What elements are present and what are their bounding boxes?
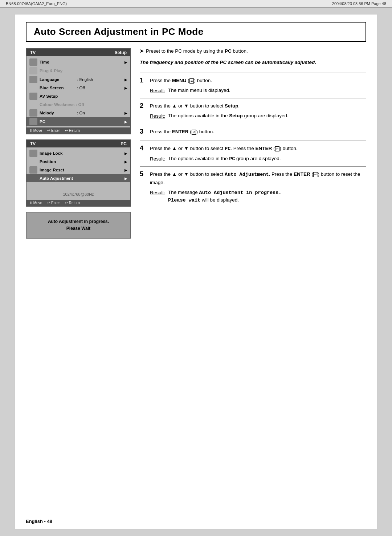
pc-menu-body: Image Lock ▶ Position ▶ Image Reset [26,147,130,200]
preset-note-text: Preset to the PC mode by using the PC bu… [146,48,248,54]
step-3-row: 3 Press the ENTER (⏎) button. [140,124,366,141]
step-2-result: Result: The options available in the Set… [150,112,366,120]
menu-row-melody: Melody : On ▶ [26,109,130,117]
menu-row-imagelock: Image Lock ▶ [26,149,130,158]
enter-symbol: ⏎ [192,130,196,135]
step-1-row: 1 Press the MENU (≡) button. Result: The… [140,73,366,98]
step-4-row: 4 Press the ▲ or ▼ button to select PC. … [140,141,366,167]
setup-menu-body: Time ▶ Plug & Play Language : Engli [26,56,130,127]
step-5-result: Result: The message Auto Adjustment in p… [150,189,366,204]
step-2-content: Press the ▲ or ▼ button to select Setup.… [150,98,366,124]
page-footer: English - 48 [15,515,377,529]
menu-row-avsetup: AV Setup [26,92,130,101]
preset-arrow-icon: ➤ [140,48,144,54]
menu-row-language: Language : English ▶ [26,75,130,84]
step-4-content: Press the ▲ or ▼ button to select PC. Pr… [150,141,366,167]
avsetup-icon [29,93,37,100]
title-bar: Auto Screen Adjustment in PC Mode [26,22,366,42]
header-left: BN68-00746A(GAIA2_Euro_ENG) [6,1,67,6]
menu-symbol: ≡ [189,78,194,84]
page-header: BN68-00746A(GAIA2_Euro_ENG) 2004/08/23 0… [0,0,392,8]
menu-row-autoadj: Auto Adjustment ▶ [26,174,130,182]
italic-note: The frequency and position of the PC scr… [140,59,366,66]
left-column: TV Setup Time ▶ Plug & Play [26,48,131,239]
language-icon [29,76,37,83]
imagelock-icon [29,150,37,157]
step-5-content: Press the ▲ or ▼ button to select Auto A… [150,167,366,208]
menu-row-plug: Plug & Play [26,66,130,75]
time-icon [29,58,37,66]
page-number: English - 48 [26,519,52,524]
pc-header-left: TV [30,141,36,146]
page-title: Auto Screen Adjustment in PC Mode [34,26,358,37]
preset-note: ➤ Preset to the PC mode by using the PC … [140,48,366,54]
menu-row-colour: Colour Weakness : Off [26,101,130,109]
menu-row-bluescreen: Blue Screen : Off ▶ [26,84,130,92]
enter-symbol-2: ⏎ [275,146,280,151]
setup-menu-header: TV Setup [26,49,130,56]
menu-row-resolution: 1024x768@60Hz [26,190,130,198]
pc-icon [29,118,37,125]
setup-menu-screenshot: TV Setup Time ▶ Plug & Play [26,48,131,134]
step-1-result: Result: The main menu is displayed. [150,87,366,95]
plug-icon [29,67,37,74]
menu-row-imagereset: Image Reset ▶ [26,166,130,174]
step-4-result: Result: The options available in the PC … [150,155,366,163]
step-1-num: 1 [140,73,150,98]
pc-header-right: PC [121,141,127,146]
step-5-num: 5 [140,167,150,208]
body-layout: TV Setup Time ▶ Plug & Play [15,48,377,239]
setup-header-left: TV [30,50,36,55]
pc-menu-screenshot: TV PC Image Lock ▶ Position [26,139,131,207]
step-4-num: 4 [140,141,150,167]
step-5-row: 5 Press the ▲ or ▼ button to select Auto… [140,167,366,208]
header-right: 2004/08/23 03:56 PM Page 48 [332,1,386,6]
menu-row-time: Time ▶ [26,58,130,66]
step-1-content: Press the MENU (≡) button. Result: The m… [150,73,366,98]
progress-box: Auto Adjustment in progress. Please Wait [26,212,131,239]
progress-line1: Auto Adjustment in progress. [34,218,123,225]
italic-note-text: The frequency and position of the PC scr… [140,60,316,65]
menu-row-pc: PC ▶ [26,117,130,126]
menu-row-empty [26,182,130,190]
steps-table: 1 Press the MENU (≡) button. Result: The… [140,73,366,208]
setup-menu-footer: ⬆ Move ↵ Enter ↩ Return [26,127,130,134]
setup-header-right: Setup [115,50,127,55]
progress-line2: Please Wait [34,225,123,232]
menu-row-position: Position ▶ [26,158,130,166]
enter-symbol-3: ⏎ [313,172,318,177]
page-container: BN68-00746A(GAIA2_Euro_ENG) 2004/08/23 0… [0,0,392,536]
step-3-content: Press the ENTER (⏎) button. [150,124,366,141]
melody-icon [29,109,37,117]
pc-menu-header: TV PC [26,140,130,147]
imagereset-icon [29,166,37,174]
pc-menu-footer: ⬆ Move ↵ Enter ↩ Return [26,200,130,206]
step-2-row: 2 Press the ▲ or ▼ button to select Setu… [140,98,366,124]
content-area: Auto Screen Adjustment in PC Mode TV Set… [15,14,377,529]
step-3-num: 3 [140,124,150,141]
step-2-num: 2 [140,98,150,124]
right-column: ➤ Preset to the PC mode by using the PC … [140,48,366,239]
